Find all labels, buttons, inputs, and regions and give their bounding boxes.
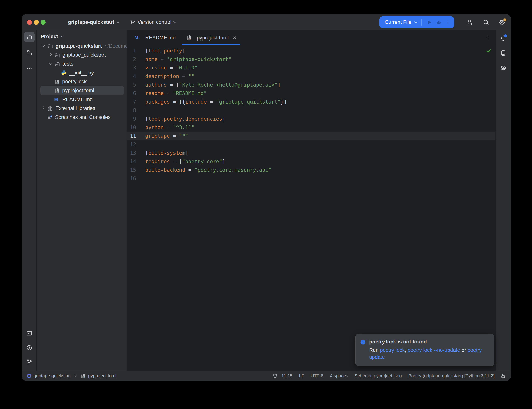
code-line[interactable]: 8 [127,106,495,115]
code-line[interactable]: 2name = "griptape-quickstart" [127,55,495,64]
line-number: 11 [127,132,136,140]
chevron-down-icon[interactable] [40,46,47,46]
status-segment-schema-pyproject-json[interactable]: Schema: pyproject.json [351,373,405,379]
notifications-tool-button[interactable] [498,33,509,43]
tab-options-kebab-icon[interactable] [485,35,491,40]
run-configuration-label: Current File [385,19,411,25]
tree-item-griptape-quickstart[interactable]: griptape-quickstart~/Docume [37,42,127,51]
line-number: 16 [127,174,136,183]
code-line[interactable]: 12 [127,140,495,149]
tree-item-poetry-lock[interactable]: [T]poetry.lock [37,77,127,86]
tree-item-tests[interactable]: tests [37,59,127,68]
run-button[interactable] [426,19,432,25]
search-icon[interactable] [483,19,489,26]
svg-text:[T]: [T] [56,82,59,84]
run-configuration-pill[interactable]: Current File [379,17,454,28]
tab-label: README.md [145,35,176,41]
notification-popup[interactable]: poetry.lock is not found Run poetry lock… [355,334,494,366]
database-tool-button[interactable] [498,48,509,58]
project-tree-title: Project [41,34,58,40]
debug-button[interactable] [436,19,442,25]
tree-item-scratches-and-consoles[interactable]: Scratches and Consoles [37,113,127,122]
tab-label: pyproject.toml [197,35,229,41]
status-segment-11-15[interactable]: 11:15 [278,373,295,379]
library-icon [47,105,54,112]
tree-item-label: poetry.lock [62,79,87,85]
line-number: 5 [127,81,136,89]
notification-link-poetry-lock-no-update[interactable]: poetry lock --no-update [408,347,460,353]
settings-gear-icon[interactable] [498,19,506,26]
toml-icon: [T] [80,373,86,379]
project-tool-button[interactable] [24,32,35,42]
code-line[interactable]: 16 [127,174,495,183]
add-user-icon[interactable] [467,19,474,26]
module-icon [27,373,32,378]
terminal-tool-button[interactable] [24,328,35,339]
code-line[interactable]: 5authors = ["Kyle Roche <hello@griptape.… [127,81,495,89]
tree-item-label: README.md [62,97,93,102]
chevron-right-icon[interactable] [46,55,54,56]
copilot-icon[interactable] [272,373,278,379]
chevron-down-icon[interactable] [46,64,54,64]
tab-pyproject-toml[interactable]: [T]pyproject.toml [181,30,242,45]
tab-readme-md[interactable]: M↓README.md [129,30,181,45]
inspections-ok-check-icon[interactable] [486,48,492,54]
code-line[interactable]: 6readme = "README.md" [127,89,495,98]
code-line[interactable]: 10python = "^3.11" [127,123,495,132]
breadcrumb-label: griptape-quickstart [34,373,71,379]
status-segment-poetry-griptape-quickstart-pyt[interactable]: Poetry (griptape-quickstart) [Python 3.1… [405,373,498,379]
notification-link-poetry-lock[interactable]: poetry lock [380,347,405,353]
breadcrumb-griptape-quickstart[interactable]: griptape-quickstart [27,373,71,379]
minimize-window-button[interactable] [34,20,39,25]
line-number: 8 [127,106,136,115]
problems-tool-button[interactable] [24,342,35,353]
code-line[interactable]: 14requires = ["poetry-core"] [127,157,495,166]
code-line[interactable]: 13[build-system] [127,149,495,157]
tree-item-label: External Libraries [55,105,95,111]
breadcrumb-pyproject-toml[interactable]: [T]pyproject.toml [80,373,116,379]
code-line[interactable]: 4description = "" [127,72,495,81]
code-line[interactable]: 15build-backend = "poetry.core.masonry.a… [127,166,495,174]
line-number: 6 [127,89,136,98]
code-line[interactable]: 3version = "0.1.0" [127,64,495,72]
close-window-button[interactable] [27,20,32,25]
tree-item-pyproject-toml[interactable]: [T]pyproject.toml [37,86,127,95]
info-icon [360,339,366,345]
line-number: 15 [127,166,136,174]
status-segment-lf[interactable]: LF [296,373,307,379]
tree-item-label: tests [63,61,73,67]
status-segment-utf-8[interactable]: UTF-8 [307,373,327,379]
tree-item-griptape-quickstart[interactable]: griptape_quickstart [37,51,127,59]
code-line[interactable]: 7packages = [{include = "griptape_quicks… [127,98,495,106]
maximize-window-button[interactable] [41,20,46,25]
lock-open-icon[interactable] [500,373,506,379]
bell-icon [500,35,507,41]
ai-assistant-icon [500,65,507,72]
tree-item-external-libraries[interactable]: External Libraries [37,104,127,113]
breadcrumb-label: pyproject.toml [88,373,116,379]
notification-text: Run [369,347,380,353]
vcs-widget[interactable]: Version control [130,19,176,25]
code-editor[interactable]: 1[tool.poetry]2name = "griptape-quicksta… [127,45,495,371]
status-segment-4-spaces[interactable]: 4 spaces [327,373,351,379]
git-tool-button[interactable] [24,357,35,367]
code-line[interactable]: 1[tool.poetry] [127,46,495,55]
project-widget[interactable]: griptape-quickstart [68,19,119,25]
notification-badge [504,35,507,37]
ai-assistant-tool-button[interactable] [498,63,509,74]
chevron-right-icon[interactable] [40,108,47,109]
tree-item--init-py[interactable]: __init__.py [37,68,127,77]
project-tree-panel: Project griptape-quickstart~/Documegript… [37,30,127,371]
code-line[interactable]: 9[tool.poetry.dependencies] [127,115,495,123]
code-line-current[interactable]: 11griptape = "*" [127,132,495,140]
line-number: 9 [127,115,136,123]
close-tab-icon[interactable] [232,35,237,40]
structure-tool-button[interactable] [24,47,35,58]
more-run-options-button[interactable] [445,19,451,25]
line-number: 2 [127,55,136,64]
tree-item-readme-md[interactable]: M↓README.md [37,95,127,104]
line-number: 7 [127,98,136,106]
folder-icon [47,43,54,49]
project-tree-header[interactable]: Project [37,31,127,42]
more-tools-button[interactable] [24,63,35,74]
